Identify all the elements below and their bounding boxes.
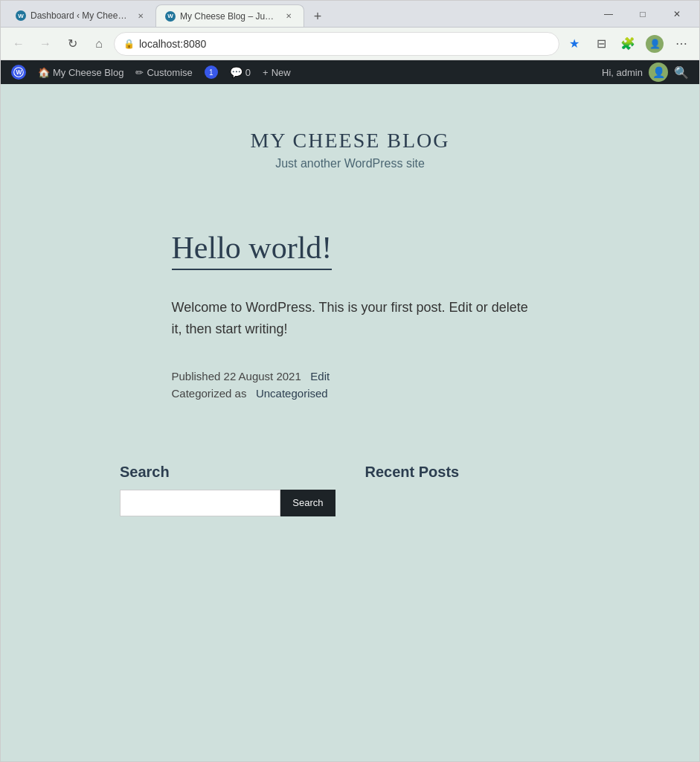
plus-icon: + (263, 67, 269, 78)
title-bar: W Dashboard ‹ My Cheese Blog — ✕ W My Ch… (1, 1, 699, 28)
wp-site-name-item[interactable]: 🏠 My Cheese Blog (32, 60, 129, 84)
bookmark-button[interactable]: ★ (562, 32, 586, 56)
wp-logo-item[interactable]: W (5, 60, 32, 84)
settings-button[interactable]: ⋯ (670, 32, 693, 56)
published-label: Published 22 August 2021 (172, 370, 301, 382)
post-article: Hello world! Welcome to WordPress. This … (172, 230, 529, 400)
site-footer: Search Search Recent Posts (1, 434, 699, 546)
wp-comments-item[interactable]: 💬 0 (224, 60, 257, 84)
wp-new-item[interactable]: + New (257, 60, 297, 84)
wp-customise-item[interactable]: ✏ Customise (129, 60, 198, 84)
tab-title-1: Dashboard ‹ My Cheese Blog — (30, 10, 130, 21)
customise-label: Customise (147, 67, 192, 78)
address-bar: ← → ↻ ⌂ 🔒 localhost:8080 ★ ⊟ 🧩 👤 ⋯ (1, 28, 699, 60)
comments-count: 0 (245, 67, 251, 78)
house-icon: 🏠 (38, 67, 50, 78)
site-tagline: Just another WordPress site (16, 157, 684, 170)
category-link[interactable]: Uncategorised (256, 387, 328, 400)
address-bar-actions: ★ ⊟ 🧩 👤 ⋯ (562, 32, 693, 56)
forward-button[interactable]: → (33, 32, 57, 56)
svg-text:W: W (16, 68, 22, 76)
site-title: MY CHEESE BLOG (16, 129, 684, 153)
site-header: MY CHEESE BLOG Just another WordPress si… (1, 84, 699, 200)
url-bar[interactable]: 🔒 localhost:8080 (114, 32, 559, 56)
close-button[interactable]: ✕ (661, 3, 693, 25)
recent-posts-widget-title: Recent Posts (365, 464, 581, 481)
profile-button[interactable]: 👤 (643, 32, 667, 56)
tabs-area: W Dashboard ‹ My Cheese Blog — ✕ W My Ch… (7, 1, 592, 27)
url-text: localhost:8080 (139, 38, 550, 50)
tab-favicon-1: W (16, 10, 26, 21)
wp-logo-icon: W (11, 65, 26, 80)
maximize-button[interactable]: □ (626, 3, 659, 25)
site-name-label: My Cheese Blog (53, 67, 123, 78)
admin-avatar[interactable]: 👤 (649, 63, 668, 82)
collections-button[interactable]: ⊟ (589, 32, 613, 56)
search-widget: Search Search (120, 464, 335, 516)
tab-title-2: My Cheese Blog – Just another W (180, 11, 278, 22)
edit-link[interactable]: Edit (310, 370, 330, 382)
browser-tab-1[interactable]: W Dashboard ‹ My Cheese Blog — ✕ (7, 4, 155, 27)
back-button[interactable]: ← (7, 32, 30, 56)
categorized-label: Categorized as (172, 387, 247, 400)
tab-favicon-2: W (165, 11, 176, 22)
browser-tab-2[interactable]: W My Cheese Blog – Just another W ✕ (155, 4, 304, 27)
comment-icon: 💬 (230, 66, 243, 78)
pencil-icon: ✏ (135, 67, 144, 78)
wp-search-button[interactable]: 🔍 (668, 65, 695, 80)
tab-close-2[interactable]: ✕ (283, 10, 295, 22)
post-meta: Published 22 August 2021 Edit Categorize… (172, 370, 529, 400)
updates-badge: 1 (205, 65, 218, 79)
post-published-line: Published 22 August 2021 Edit (172, 370, 529, 382)
reload-button[interactable]: ↻ (60, 32, 84, 56)
window-controls: — □ ✕ (592, 3, 693, 25)
search-widget-title: Search (120, 464, 335, 481)
search-input[interactable] (120, 490, 280, 516)
tab-close-1[interactable]: ✕ (135, 10, 147, 22)
lock-icon: 🔒 (123, 39, 135, 49)
wp-admin-right: Hi, admin 👤 🔍 (596, 63, 695, 82)
post-title-link[interactable]: Hello world! (172, 231, 333, 265)
minimize-button[interactable]: — (592, 3, 625, 25)
search-form: Search (120, 490, 335, 516)
greeting-text[interactable]: Hi, admin (596, 67, 649, 78)
post-title: Hello world! (172, 230, 333, 270)
new-label: New (272, 67, 291, 78)
site-main: Hello world! Welcome to WordPress. This … (53, 200, 648, 434)
wp-updates-item[interactable]: 1 (199, 60, 224, 84)
wp-admin-bar: W 🏠 My Cheese Blog ✏ Customise 1 💬 0 + N… (1, 60, 699, 84)
search-submit-button[interactable]: Search (280, 490, 335, 516)
post-category-line: Categorized as Uncategorised (172, 387, 529, 400)
post-content: Welcome to WordPress. This is your first… (172, 297, 529, 340)
site-content: MY CHEESE BLOG Just another WordPress si… (1, 84, 699, 761)
recent-posts-widget: Recent Posts (365, 464, 581, 516)
extensions-button[interactable]: 🧩 (616, 32, 640, 56)
home-button[interactable]: ⌂ (87, 32, 111, 56)
new-tab-button[interactable]: + (307, 6, 328, 27)
